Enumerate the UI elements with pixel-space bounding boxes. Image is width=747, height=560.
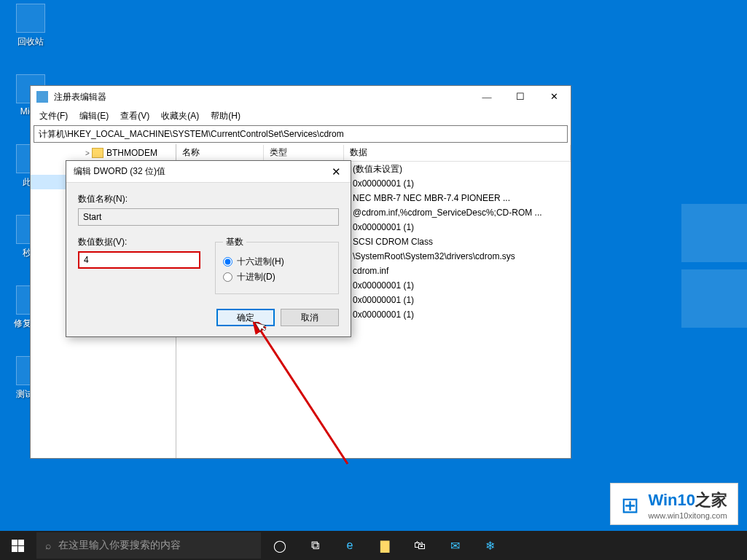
row-data: (数值未设置) (347, 163, 571, 176)
search-placeholder: 在这里输入你要搜索的内容 (58, 539, 181, 552)
svg-rect-4 (18, 546, 24, 552)
cancel-button[interactable]: 取消 (281, 309, 339, 326)
start-button[interactable] (0, 531, 35, 560)
menu-item[interactable]: 编辑(E) (74, 109, 114, 124)
search-icon: ⌕ (45, 540, 51, 551)
close-button[interactable]: ✕ (537, 86, 571, 108)
row-data: NEC MBR-7 NEC MBR-7.4 PIONEER ... (347, 193, 571, 203)
menu-item[interactable]: 文件(F) (34, 109, 74, 124)
dialog-title: 编辑 DWORD (32 位)值 (74, 165, 321, 178)
row-data: 0x00000001 (1) (347, 222, 571, 232)
radix-legend: 基数 (223, 236, 246, 248)
svg-rect-1 (12, 540, 17, 545)
list-header: 名称 类型 数据 (176, 144, 571, 162)
row-data: 0x00000001 (1) (347, 295, 571, 305)
radix-hex-option[interactable]: 十六进制(H) (223, 256, 331, 268)
dialog-titlebar[interactable]: 编辑 DWORD (32 位)值 ✕ (66, 161, 351, 183)
desktop-icon[interactable]: 回收站 (4, 4, 58, 48)
tree-label: BTHMODEM (106, 148, 157, 158)
row-data: 0x00000001 (1) (347, 178, 571, 189)
windows-logo-icon (12, 540, 24, 552)
value-data-label: 数值数据(V): (78, 236, 200, 248)
regedit-icon (36, 91, 48, 103)
svg-rect-3 (12, 546, 17, 552)
cortana-icon[interactable]: ◯ (262, 531, 297, 560)
menu-item[interactable]: 收藏夹(A) (155, 109, 205, 124)
row-data: cdrom.inf (347, 266, 571, 276)
app-icon (16, 4, 45, 33)
taskbar: ⌕ 在这里输入你要搜索的内容 ◯ ⧉ e ▇ 🛍 ✉ ❄ (0, 531, 747, 560)
regedit-menubar: 文件(F)编辑(E)查看(V)收藏夹(A)帮助(H) (31, 108, 571, 124)
row-data: SCSI CDROM Class (347, 237, 571, 247)
menu-item[interactable]: 查看(V) (114, 109, 155, 124)
task-view-icon[interactable]: ⧉ (297, 531, 332, 560)
watermark: ⊞ Win10之家 www.win10xitong.com (610, 483, 738, 525)
explorer-icon[interactable]: ▇ (367, 531, 402, 560)
minimize-button[interactable]: — (470, 86, 504, 108)
windows-logo-icon: ⊞ (621, 492, 639, 518)
dialog-close-button[interactable]: ✕ (321, 161, 351, 183)
value-data-input[interactable]: 4 (78, 251, 200, 269)
maximize-button[interactable]: ☐ (504, 86, 537, 108)
regedit-titlebar[interactable]: 注册表编辑器 — ☐ ✕ (31, 86, 571, 108)
edge-icon[interactable]: e (332, 531, 367, 560)
store-icon[interactable]: 🛍 (402, 531, 437, 560)
row-data: @cdrom.inf,%cdrom_ServiceDesc%;CD-ROM ..… (347, 208, 571, 218)
row-data: 0x00000001 (1) (347, 309, 571, 320)
col-type[interactable]: 类型 (264, 145, 344, 160)
col-name[interactable]: 名称 (176, 145, 264, 160)
ok-button[interactable]: 确定 (216, 309, 275, 326)
col-data[interactable]: 数据 (344, 145, 571, 160)
radix-dec-option[interactable]: 十进制(D) (223, 271, 331, 283)
regedit-title: 注册表编辑器 (54, 91, 470, 103)
row-data: \SystemRoot\System32\drivers\cdrom.sys (347, 251, 571, 261)
menu-item[interactable]: 帮助(H) (205, 109, 246, 124)
radix-hex-radio[interactable] (223, 257, 232, 267)
chevron-right-icon[interactable]: > (83, 149, 92, 157)
settings-icon[interactable]: ❄ (472, 531, 507, 560)
svg-rect-2 (18, 540, 24, 545)
radix-group: 基数 十六进制(H) 十进制(D) (215, 236, 339, 294)
row-data: 0x00000001 (1) (347, 280, 571, 291)
address-bar[interactable]: 计算机\HKEY_LOCAL_MACHINE\SYSTEM\CurrentCon… (34, 125, 568, 143)
icon-label: 回收站 (17, 36, 44, 47)
radix-dec-radio[interactable] (223, 272, 232, 282)
tree-item[interactable]: >BTHMODEM (31, 146, 176, 160)
value-name-input[interactable]: Start (78, 208, 339, 226)
taskbar-search[interactable]: ⌕ 在这里输入你要搜索的内容 (36, 532, 261, 559)
value-name-label: 数值名称(N): (78, 193, 339, 205)
folder-icon (92, 148, 103, 158)
mail-icon[interactable]: ✉ (437, 531, 472, 560)
edit-dword-dialog: 编辑 DWORD (32 位)值 ✕ 数值名称(N): Start 数值数据(V… (66, 160, 351, 337)
